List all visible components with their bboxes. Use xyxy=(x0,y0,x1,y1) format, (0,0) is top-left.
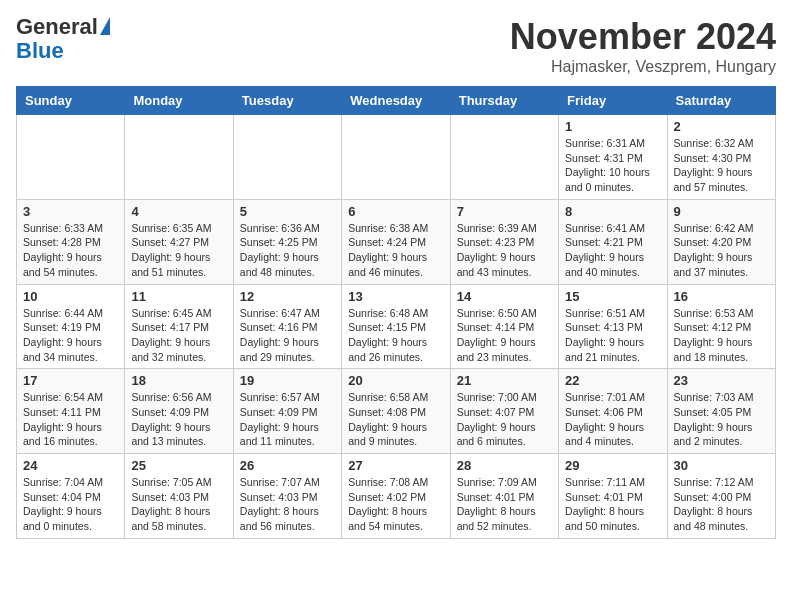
calendar-cell: 6Sunrise: 6:38 AM Sunset: 4:24 PM Daylig… xyxy=(342,199,450,284)
day-number: 13 xyxy=(348,289,443,304)
calendar-cell: 25Sunrise: 7:05 AM Sunset: 4:03 PM Dayli… xyxy=(125,454,233,539)
calendar-cell: 20Sunrise: 6:58 AM Sunset: 4:08 PM Dayli… xyxy=(342,369,450,454)
day-info: Sunrise: 7:00 AM Sunset: 4:07 PM Dayligh… xyxy=(457,390,552,449)
logo-blue-text: Blue xyxy=(16,38,64,64)
calendar-cell: 4Sunrise: 6:35 AM Sunset: 4:27 PM Daylig… xyxy=(125,199,233,284)
day-info: Sunrise: 6:51 AM Sunset: 4:13 PM Dayligh… xyxy=(565,306,660,365)
day-number: 7 xyxy=(457,204,552,219)
calendar-cell: 16Sunrise: 6:53 AM Sunset: 4:12 PM Dayli… xyxy=(667,284,775,369)
calendar-cell: 5Sunrise: 6:36 AM Sunset: 4:25 PM Daylig… xyxy=(233,199,341,284)
day-number: 25 xyxy=(131,458,226,473)
day-number: 4 xyxy=(131,204,226,219)
calendar-week-row: 1Sunrise: 6:31 AM Sunset: 4:31 PM Daylig… xyxy=(17,115,776,200)
calendar-cell: 17Sunrise: 6:54 AM Sunset: 4:11 PM Dayli… xyxy=(17,369,125,454)
day-info: Sunrise: 6:58 AM Sunset: 4:08 PM Dayligh… xyxy=(348,390,443,449)
day-number: 19 xyxy=(240,373,335,388)
day-number: 21 xyxy=(457,373,552,388)
calendar-cell: 2Sunrise: 6:32 AM Sunset: 4:30 PM Daylig… xyxy=(667,115,775,200)
calendar-cell: 15Sunrise: 6:51 AM Sunset: 4:13 PM Dayli… xyxy=(559,284,667,369)
calendar-cell: 12Sunrise: 6:47 AM Sunset: 4:16 PM Dayli… xyxy=(233,284,341,369)
calendar-cell: 13Sunrise: 6:48 AM Sunset: 4:15 PM Dayli… xyxy=(342,284,450,369)
day-number: 15 xyxy=(565,289,660,304)
calendar-cell xyxy=(342,115,450,200)
day-number: 8 xyxy=(565,204,660,219)
calendar-cell: 30Sunrise: 7:12 AM Sunset: 4:00 PM Dayli… xyxy=(667,454,775,539)
day-info: Sunrise: 6:35 AM Sunset: 4:27 PM Dayligh… xyxy=(131,221,226,280)
day-number: 23 xyxy=(674,373,769,388)
logo: General Blue xyxy=(16,16,110,64)
calendar-title: November 2024 xyxy=(510,16,776,58)
day-info: Sunrise: 6:41 AM Sunset: 4:21 PM Dayligh… xyxy=(565,221,660,280)
day-info: Sunrise: 7:09 AM Sunset: 4:01 PM Dayligh… xyxy=(457,475,552,534)
calendar-table: SundayMondayTuesdayWednesdayThursdayFrid… xyxy=(16,86,776,539)
day-number: 6 xyxy=(348,204,443,219)
calendar-week-row: 3Sunrise: 6:33 AM Sunset: 4:28 PM Daylig… xyxy=(17,199,776,284)
day-number: 16 xyxy=(674,289,769,304)
calendar-cell xyxy=(450,115,558,200)
calendar-cell: 18Sunrise: 6:56 AM Sunset: 4:09 PM Dayli… xyxy=(125,369,233,454)
calendar-cell: 22Sunrise: 7:01 AM Sunset: 4:06 PM Dayli… xyxy=(559,369,667,454)
day-info: Sunrise: 7:03 AM Sunset: 4:05 PM Dayligh… xyxy=(674,390,769,449)
day-info: Sunrise: 6:36 AM Sunset: 4:25 PM Dayligh… xyxy=(240,221,335,280)
day-number: 9 xyxy=(674,204,769,219)
calendar-cell: 3Sunrise: 6:33 AM Sunset: 4:28 PM Daylig… xyxy=(17,199,125,284)
day-info: Sunrise: 7:04 AM Sunset: 4:04 PM Dayligh… xyxy=(23,475,118,534)
logo-triangle-icon xyxy=(100,17,110,35)
calendar-subtitle: Hajmasker, Veszprem, Hungary xyxy=(510,58,776,76)
day-number: 2 xyxy=(674,119,769,134)
calendar-cell xyxy=(17,115,125,200)
calendar-week-row: 24Sunrise: 7:04 AM Sunset: 4:04 PM Dayli… xyxy=(17,454,776,539)
day-info: Sunrise: 6:57 AM Sunset: 4:09 PM Dayligh… xyxy=(240,390,335,449)
column-header-tuesday: Tuesday xyxy=(233,87,341,115)
logo-general-text: General xyxy=(16,16,98,38)
column-header-sunday: Sunday xyxy=(17,87,125,115)
calendar-cell: 21Sunrise: 7:00 AM Sunset: 4:07 PM Dayli… xyxy=(450,369,558,454)
day-number: 1 xyxy=(565,119,660,134)
day-info: Sunrise: 6:38 AM Sunset: 4:24 PM Dayligh… xyxy=(348,221,443,280)
calendar-cell: 10Sunrise: 6:44 AM Sunset: 4:19 PM Dayli… xyxy=(17,284,125,369)
day-info: Sunrise: 6:48 AM Sunset: 4:15 PM Dayligh… xyxy=(348,306,443,365)
day-number: 27 xyxy=(348,458,443,473)
calendar-cell: 24Sunrise: 7:04 AM Sunset: 4:04 PM Dayli… xyxy=(17,454,125,539)
calendar-cell: 29Sunrise: 7:11 AM Sunset: 4:01 PM Dayli… xyxy=(559,454,667,539)
day-number: 10 xyxy=(23,289,118,304)
day-number: 30 xyxy=(674,458,769,473)
day-number: 20 xyxy=(348,373,443,388)
day-number: 24 xyxy=(23,458,118,473)
calendar-cell xyxy=(233,115,341,200)
day-number: 28 xyxy=(457,458,552,473)
day-number: 12 xyxy=(240,289,335,304)
day-info: Sunrise: 6:50 AM Sunset: 4:14 PM Dayligh… xyxy=(457,306,552,365)
day-info: Sunrise: 7:11 AM Sunset: 4:01 PM Dayligh… xyxy=(565,475,660,534)
day-info: Sunrise: 7:08 AM Sunset: 4:02 PM Dayligh… xyxy=(348,475,443,534)
calendar-cell: 27Sunrise: 7:08 AM Sunset: 4:02 PM Dayli… xyxy=(342,454,450,539)
day-number: 17 xyxy=(23,373,118,388)
column-header-wednesday: Wednesday xyxy=(342,87,450,115)
day-info: Sunrise: 6:45 AM Sunset: 4:17 PM Dayligh… xyxy=(131,306,226,365)
calendar-cell: 26Sunrise: 7:07 AM Sunset: 4:03 PM Dayli… xyxy=(233,454,341,539)
calendar-header-row: SundayMondayTuesdayWednesdayThursdayFrid… xyxy=(17,87,776,115)
day-info: Sunrise: 6:54 AM Sunset: 4:11 PM Dayligh… xyxy=(23,390,118,449)
day-info: Sunrise: 7:05 AM Sunset: 4:03 PM Dayligh… xyxy=(131,475,226,534)
day-info: Sunrise: 6:47 AM Sunset: 4:16 PM Dayligh… xyxy=(240,306,335,365)
page-header: General Blue November 2024 Hajmasker, Ve… xyxy=(16,16,776,76)
calendar-cell: 7Sunrise: 6:39 AM Sunset: 4:23 PM Daylig… xyxy=(450,199,558,284)
calendar-cell: 9Sunrise: 6:42 AM Sunset: 4:20 PM Daylig… xyxy=(667,199,775,284)
day-number: 5 xyxy=(240,204,335,219)
day-info: Sunrise: 6:32 AM Sunset: 4:30 PM Dayligh… xyxy=(674,136,769,195)
day-info: Sunrise: 6:31 AM Sunset: 4:31 PM Dayligh… xyxy=(565,136,660,195)
calendar-cell: 23Sunrise: 7:03 AM Sunset: 4:05 PM Dayli… xyxy=(667,369,775,454)
title-area: November 2024 Hajmasker, Veszprem, Hunga… xyxy=(510,16,776,76)
column-header-saturday: Saturday xyxy=(667,87,775,115)
day-number: 11 xyxy=(131,289,226,304)
day-info: Sunrise: 6:33 AM Sunset: 4:28 PM Dayligh… xyxy=(23,221,118,280)
day-number: 22 xyxy=(565,373,660,388)
column-header-thursday: Thursday xyxy=(450,87,558,115)
column-header-monday: Monday xyxy=(125,87,233,115)
day-number: 18 xyxy=(131,373,226,388)
day-info: Sunrise: 6:44 AM Sunset: 4:19 PM Dayligh… xyxy=(23,306,118,365)
calendar-cell: 19Sunrise: 6:57 AM Sunset: 4:09 PM Dayli… xyxy=(233,369,341,454)
calendar-week-row: 10Sunrise: 6:44 AM Sunset: 4:19 PM Dayli… xyxy=(17,284,776,369)
day-info: Sunrise: 6:42 AM Sunset: 4:20 PM Dayligh… xyxy=(674,221,769,280)
calendar-cell: 28Sunrise: 7:09 AM Sunset: 4:01 PM Dayli… xyxy=(450,454,558,539)
